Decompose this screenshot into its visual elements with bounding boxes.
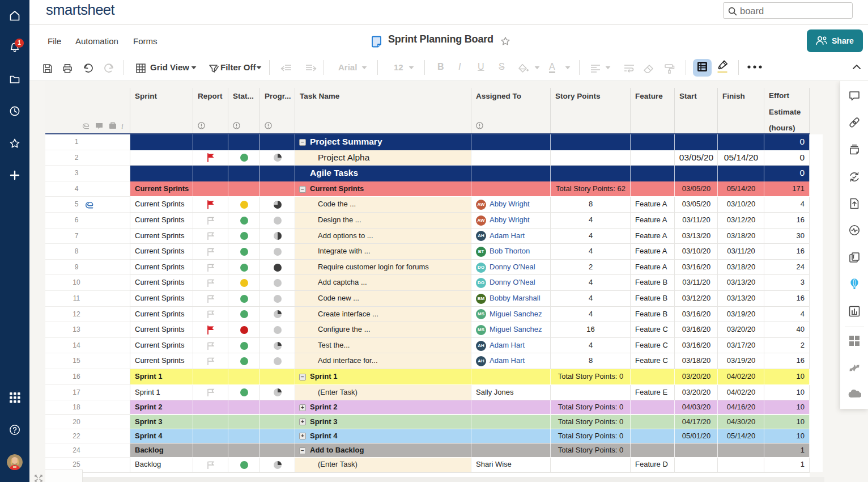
svg-text:i: i <box>121 122 124 130</box>
